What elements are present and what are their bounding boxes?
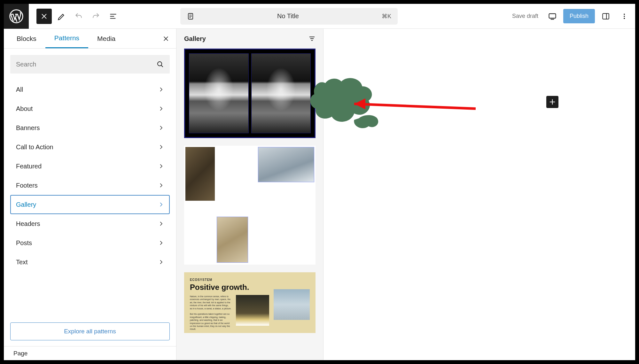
options-button[interactable] bbox=[617, 9, 632, 24]
annotation-blob bbox=[354, 115, 378, 128]
chevron-right-icon bbox=[158, 87, 164, 92]
search-field[interactable] bbox=[16, 61, 156, 68]
editor-canvas[interactable] bbox=[323, 29, 635, 360]
pattern-thumbnail bbox=[189, 53, 249, 133]
search-icon bbox=[156, 60, 164, 68]
command-shortcut: ⌘K bbox=[382, 13, 391, 20]
pattern-category-list: All About Banners Call to Action Feature… bbox=[10, 80, 170, 272]
category-banners[interactable]: Banners bbox=[10, 118, 170, 137]
tab-media[interactable]: Media bbox=[88, 29, 124, 48]
pattern-body-text: Nature, in the common sense, refers to e… bbox=[190, 295, 231, 333]
chevron-right-icon bbox=[158, 106, 164, 112]
annotation-arrow-head bbox=[354, 98, 365, 109]
pattern-thumbnail bbox=[236, 295, 269, 326]
annotation-arrow-line bbox=[354, 104, 476, 109]
undo-button[interactable] bbox=[71, 9, 86, 24]
preview-button[interactable] bbox=[545, 9, 560, 24]
pattern-kicker: ECOSYSTEM bbox=[190, 278, 310, 282]
svg-point-5 bbox=[624, 16, 625, 17]
svg-point-4 bbox=[624, 13, 625, 15]
svg-point-6 bbox=[624, 18, 625, 19]
page-icon bbox=[187, 12, 194, 20]
preview-title: Gallery bbox=[184, 35, 206, 43]
document-overview-button[interactable] bbox=[105, 9, 121, 24]
chevron-right-icon bbox=[158, 240, 164, 246]
pattern-item[interactable] bbox=[184, 146, 316, 265]
chevron-right-icon bbox=[158, 202, 164, 207]
document-title-bar[interactable]: No Title ⌘K bbox=[180, 8, 398, 25]
save-draft-button[interactable]: Save draft bbox=[509, 13, 542, 19]
settings-sidebar-button[interactable] bbox=[598, 9, 613, 24]
chevron-right-icon bbox=[158, 221, 164, 227]
wp-logo[interactable] bbox=[4, 4, 29, 29]
svg-rect-3 bbox=[603, 13, 609, 19]
tab-patterns[interactable]: Patterns bbox=[45, 29, 88, 48]
add-block-button[interactable] bbox=[546, 96, 558, 108]
redo-button[interactable] bbox=[88, 9, 104, 24]
pattern-thumbnail bbox=[251, 53, 311, 133]
explore-patterns-button[interactable]: Explore all patterns bbox=[10, 322, 170, 340]
annotation-overlay bbox=[306, 70, 485, 141]
pattern-item[interactable]: ECOSYSTEM Positive growth. Nature, in th… bbox=[184, 272, 316, 333]
filter-patterns-button[interactable] bbox=[308, 35, 316, 42]
chevron-right-icon bbox=[158, 182, 164, 188]
toggle-inserter-button[interactable] bbox=[36, 9, 52, 24]
chevron-right-icon bbox=[158, 125, 164, 131]
chevron-right-icon bbox=[158, 163, 164, 169]
category-gallery[interactable]: Gallery bbox=[10, 195, 170, 214]
pattern-thumbnail bbox=[274, 289, 310, 320]
close-inserter-button[interactable] bbox=[160, 32, 172, 45]
document-title: No Title bbox=[198, 12, 378, 20]
category-text[interactable]: Text bbox=[10, 252, 170, 272]
category-featured[interactable]: Featured bbox=[10, 157, 170, 176]
chevron-right-icon bbox=[158, 144, 164, 150]
category-footers[interactable]: Footers bbox=[10, 176, 170, 195]
category-headers[interactable]: Headers bbox=[10, 214, 170, 233]
search-input[interactable] bbox=[10, 55, 170, 74]
category-about[interactable]: About bbox=[10, 99, 170, 118]
breadcrumb[interactable]: Page bbox=[4, 346, 176, 360]
tab-blocks[interactable]: Blocks bbox=[8, 29, 45, 48]
pattern-item[interactable] bbox=[184, 49, 316, 138]
tools-button[interactable] bbox=[54, 9, 69, 24]
svg-rect-2 bbox=[549, 13, 556, 18]
chevron-right-icon bbox=[158, 259, 164, 265]
category-posts[interactable]: Posts bbox=[10, 233, 170, 252]
category-cta[interactable]: Call to Action bbox=[10, 137, 170, 157]
pattern-thumbnail bbox=[258, 147, 314, 182]
pattern-thumbnail bbox=[217, 217, 248, 263]
publish-button[interactable]: Publish bbox=[563, 9, 595, 23]
pattern-thumbnail bbox=[185, 147, 215, 201]
category-all[interactable]: All bbox=[10, 80, 170, 99]
